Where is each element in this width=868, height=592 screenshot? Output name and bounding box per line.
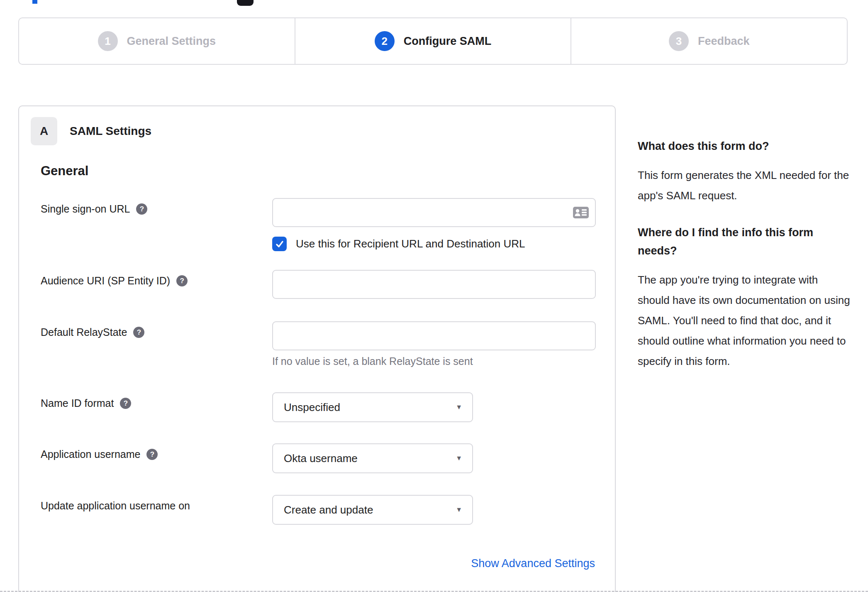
relaystate-label: Default RelayState ? [41, 326, 265, 338]
audience-uri-input[interactable] [272, 270, 596, 299]
step-general-settings[interactable]: 1 General Settings [19, 18, 295, 64]
chevron-down-icon: ▼ [456, 455, 462, 462]
help-body-what: This form generates the XML needed for t… [638, 165, 852, 206]
clipped-app-logo-fragment [237, 0, 254, 6]
relaystate-input[interactable] [272, 321, 596, 350]
help-body-where: The app you're trying to integrate with … [638, 270, 852, 372]
recipient-url-checkbox[interactable] [272, 237, 287, 251]
update-username-label: Update application username on [41, 500, 265, 512]
help-icon[interactable]: ? [133, 327, 144, 338]
sso-url-label-text: Single sign-on URL [41, 203, 130, 215]
saml-configuration-page: 1 General Settings 2 Configure SAML 3 Fe… [0, 0, 868, 592]
section-a-badge: A [31, 117, 57, 145]
advanced-settings-row: Show Advanced Settings [471, 557, 595, 570]
recipient-url-checkbox-label[interactable]: Use this for Recipient URL and Destinati… [296, 237, 525, 250]
step-label: General Settings [127, 35, 216, 48]
sso-url-input-wrap [272, 198, 596, 227]
sso-url-input[interactable] [272, 198, 596, 227]
section-title: SAML Settings [70, 125, 151, 138]
recipient-url-checkbox-row: Use this for Recipient URL and Destinati… [272, 237, 525, 251]
saml-settings-card: A SAML Settings General Single sign-on U… [18, 105, 616, 592]
nameid-format-label-text: Name ID format [41, 397, 114, 409]
application-username-label-text: Application username [41, 448, 140, 460]
help-icon[interactable]: ? [146, 449, 158, 460]
application-username-select[interactable]: Okta username ▼ [272, 443, 473, 473]
audience-uri-label-text: Audience URI (SP Entity ID) [41, 275, 170, 287]
step-configure-saml[interactable]: 2 Configure SAML [295, 18, 571, 64]
step-number-badge: 3 [669, 31, 689, 51]
help-heading-what: What does this form do? [638, 137, 852, 155]
application-username-selected-value: Okta username [284, 452, 358, 465]
update-username-selected-value: Create and update [284, 504, 373, 516]
application-username-label: Application username ? [41, 448, 265, 460]
relaystate-helper-text: If no value is set, a blank RelayState i… [272, 355, 473, 367]
chevron-down-icon: ▼ [456, 506, 462, 514]
clipped-page-title-fragment [32, 0, 37, 4]
help-sidebar: What does this form do? This form genera… [638, 137, 852, 389]
step-number-badge: 2 [375, 31, 395, 51]
update-username-select[interactable]: Create and update ▼ [272, 495, 473, 525]
audience-uri-label: Audience URI (SP Entity ID) ? [41, 275, 265, 287]
nameid-format-label: Name ID format ? [41, 397, 265, 409]
general-group-heading: General [41, 164, 88, 179]
relaystate-label-text: Default RelayState [41, 326, 127, 338]
sso-url-label: Single sign-on URL ? [41, 203, 265, 215]
nameid-format-selected-value: Unspecified [284, 401, 340, 414]
section-header: A SAML Settings [31, 117, 151, 145]
step-label: Feedback [698, 35, 750, 48]
chevron-down-icon: ▼ [456, 404, 462, 411]
wizard-stepper: 1 General Settings 2 Configure SAML 3 Fe… [18, 17, 848, 65]
help-heading-where: Where do I find the info this form needs… [638, 223, 852, 260]
show-advanced-settings-link[interactable]: Show Advanced Settings [471, 557, 595, 570]
help-icon[interactable]: ? [120, 398, 131, 409]
update-username-label-text: Update application username on [41, 500, 190, 512]
nameid-format-select[interactable]: Unspecified ▼ [272, 392, 473, 422]
step-label: Configure SAML [404, 35, 491, 48]
help-icon[interactable]: ? [176, 275, 188, 286]
checkmark-icon [275, 239, 285, 249]
step-feedback[interactable]: 3 Feedback [571, 18, 847, 64]
step-number-badge: 1 [98, 31, 118, 51]
help-icon[interactable]: ? [136, 203, 147, 215]
